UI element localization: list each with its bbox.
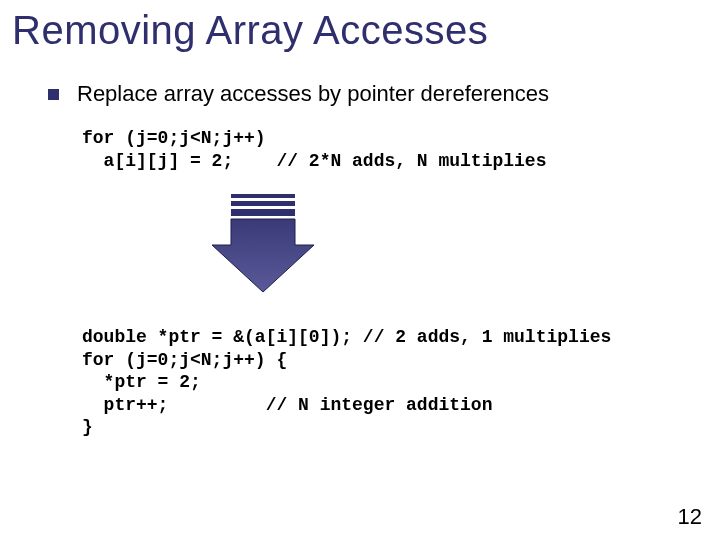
code-after: double *ptr = &(a[i][0]); // 2 adds, 1 m… — [82, 326, 720, 439]
svg-rect-1 — [231, 201, 295, 206]
code-line: for (j=0;j<N;j++) — [82, 128, 266, 148]
code-before: for (j=0;j<N;j++) a[i][j] = 2; // 2*N ad… — [82, 127, 720, 172]
code-line: *ptr = 2; — [82, 372, 201, 392]
slide-title: Removing Array Accesses — [0, 0, 720, 53]
svg-rect-0 — [231, 194, 295, 198]
code-line: ptr++; // N integer addition — [82, 395, 492, 415]
square-bullet-icon — [48, 89, 59, 100]
page-number: 12 — [678, 504, 702, 530]
svg-rect-2 — [231, 209, 295, 216]
code-line: a[i][j] = 2; // 2*N adds, N multiplies — [82, 151, 546, 171]
slide-content: Replace array accesses by pointer derefe… — [0, 53, 720, 439]
code-line: for (j=0;j<N;j++) { — [82, 350, 287, 370]
bullet-item: Replace array accesses by pointer derefe… — [48, 81, 720, 107]
down-arrow-icon — [208, 190, 720, 304]
code-line: } — [82, 417, 93, 437]
bullet-text: Replace array accesses by pointer derefe… — [77, 81, 549, 107]
code-line: double *ptr = &(a[i][0]); // 2 adds, 1 m… — [82, 327, 611, 347]
